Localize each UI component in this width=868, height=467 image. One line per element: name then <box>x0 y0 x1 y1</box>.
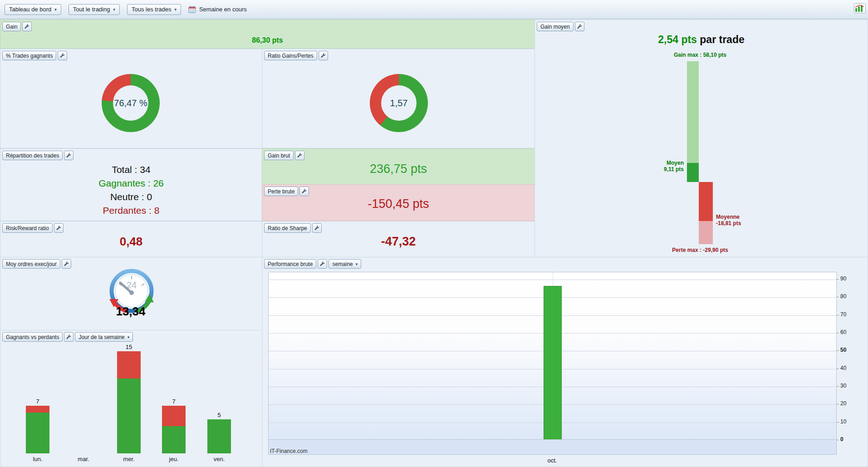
weekday-grouping-dropdown[interactable]: Jour de la semaine ▾ <box>75 332 133 342</box>
settings-wrench-button[interactable] <box>312 223 322 233</box>
y-axis-tick <box>837 404 839 404</box>
pct-winning-title: % Trades gagnants <box>6 53 53 59</box>
gm-moyenne-label: Moyenne -18,81 pts <box>716 214 789 226</box>
y-axis-label: 10 <box>840 418 854 425</box>
dashboard-dropdown-label: Tableau de bord <box>9 6 51 13</box>
settings-wrench-button[interactable] <box>62 259 71 269</box>
performance-panel: Performance brute semaine ▾ IT-Finance.c… <box>262 257 868 467</box>
wrench-icon <box>66 334 71 339</box>
risk-reward-panel: Risk/Reward ratio 0,48 <box>0 221 262 257</box>
chevron-down-icon: ▾ <box>128 335 130 339</box>
chevron-down-icon: ▾ <box>356 262 358 266</box>
risk-reward-title-chip: Risk/Reward ratio <box>2 223 53 233</box>
chevron-down-icon: ▾ <box>54 7 57 12</box>
settings-wrench-button[interactable] <box>575 22 584 31</box>
wrench-icon <box>577 24 582 29</box>
settings-wrench-button[interactable] <box>54 223 64 233</box>
gain-panel: Gain 86,30 pts <box>0 20 535 49</box>
gagnants-perdants-panel: Gagnants vs perdants Jour de la semaine … <box>0 330 262 467</box>
calendar-icon <box>188 6 196 13</box>
gm-bar-light-green <box>687 61 699 163</box>
weekday-bar-total: 15 <box>115 344 142 350</box>
repartition-stats: Total : 34 Gagnantes : 26 Neutre : 0 Per… <box>0 163 262 217</box>
x-axis-label: oct. <box>501 457 603 464</box>
weekday-axis-label: jeu. <box>156 456 192 462</box>
gm-moyen-caption: Moyen <box>617 160 684 166</box>
gm-gain-max-label: Gain max : 58,10 pts <box>655 52 745 58</box>
week-period-selector[interactable]: Semaine en cours <box>188 6 247 13</box>
gain-moyen-title: Gain moyen <box>540 24 570 30</box>
trades-filter-dropdown[interactable]: Tous les trades ▾ <box>127 4 181 15</box>
gain-moyen-headline: 2,54 pts par trade <box>535 34 868 46</box>
weekday-bar-winners <box>117 379 141 453</box>
ratio-donut: 1,57 <box>370 74 428 132</box>
dashboard-dropdown[interactable]: Tableau de bord ▾ <box>5 4 61 15</box>
wrench-icon <box>66 153 71 158</box>
gain-brut-title: Gain brut <box>268 152 290 159</box>
perf-plot <box>268 272 837 440</box>
y-axis-tick <box>837 369 839 369</box>
y-axis-label: 60 <box>840 329 854 335</box>
wrench-icon <box>56 226 61 231</box>
y-axis-tick <box>837 386 839 387</box>
y-axis-label: 80 <box>840 293 854 300</box>
trading-scope-dropdown[interactable]: Tout le trading ▾ <box>69 4 120 15</box>
gm-bar-dark-green <box>687 163 699 182</box>
gain-moyen-panel: Gain moyen 2,54 pts par trade Gain max :… <box>535 20 868 257</box>
risk-reward-title: Risk/Reward ratio <box>6 225 49 231</box>
losing-trades: Perdantes : 8 <box>0 204 262 217</box>
pct-winning-donut: 76,47 % <box>102 74 160 132</box>
y-axis-tick <box>837 333 839 333</box>
settings-wrench-button[interactable] <box>299 187 309 196</box>
y-axis-label: 90 <box>840 275 854 282</box>
performance-title-chip: Performance brute <box>264 259 316 269</box>
performance-period-dropdown[interactable]: semaine ▾ <box>329 259 361 269</box>
wrench-icon <box>64 261 69 266</box>
settings-wrench-button[interactable] <box>318 259 327 269</box>
gain-moyen-headline-suffix: par trade <box>697 34 745 45</box>
gm-perte-max-label: Perte max : -29,90 pts <box>646 247 755 253</box>
ratio-value: 1,57 <box>390 98 408 108</box>
weekday-bar-total: 7 <box>160 398 187 405</box>
gagnants-perdants-title-chip: Gagnants vs perdants <box>2 332 63 342</box>
weekday-bar-winners <box>26 413 49 453</box>
trading-scope-dropdown-label: Tout le trading <box>73 6 110 13</box>
ratio-title: Ratio Gains/Pertes <box>268 53 314 59</box>
settings-wrench-button[interactable] <box>22 22 32 31</box>
gain-moyen-headline-value: 2,54 pts <box>658 34 697 45</box>
wrench-icon <box>302 189 307 194</box>
y-axis-tick <box>837 440 839 440</box>
settings-wrench-button[interactable] <box>295 151 304 160</box>
perf-below-zero-band <box>268 440 837 455</box>
perte-brute-value: -150,45 pts <box>368 194 429 211</box>
settings-wrench-button[interactable] <box>58 51 67 60</box>
gagnants-perdants-title: Gagnants vs perdants <box>6 334 59 340</box>
gm-bar-red <box>699 182 713 221</box>
pct-winning-title-chip: % Trades gagnants <box>2 51 56 60</box>
weekday-grouping-label: Jour de la semaine <box>78 334 124 340</box>
weekday-bar-losers <box>26 406 49 413</box>
gain-value: 86,30 pts <box>0 36 535 44</box>
moy-ordres-value: 13,34 <box>97 305 165 319</box>
ratio-title-chip: Ratio Gains/Pertes <box>264 51 317 60</box>
y-axis-label: 20 <box>840 400 854 407</box>
moy-ordres-title: Moy ordres exec/jour <box>6 261 57 267</box>
weekday-chart: 7lun.mar.15mer.7jeu.5ven. <box>0 330 262 467</box>
repartition-title: Répartition des trades <box>6 152 59 159</box>
gain-panel-title-chip: Gain <box>2 22 21 31</box>
toolbar: Tableau de bord ▾ Tout le trading ▾ Tous… <box>0 0 868 19</box>
trades-filter-dropdown-label: Tous les trades <box>132 6 171 13</box>
pct-winning-value: 76,47 % <box>114 98 147 108</box>
sharpe-title-chip: Ratio de Sharpe <box>264 223 311 233</box>
repartition-panel: Répartition des trades Total : 34 Gagnan… <box>0 148 262 221</box>
trading-dashboard: Tableau de bord ▾ Tout le trading ▾ Tous… <box>0 0 868 467</box>
settings-wrench-button[interactable] <box>319 51 328 60</box>
settings-wrench-button[interactable] <box>64 332 74 342</box>
settings-wrench-button[interactable] <box>64 151 74 160</box>
moy-ordres-panel: Moy ordres exec/jour 24 <box>0 257 262 330</box>
gm-moyenne-caption: Moyenne <box>716 214 789 220</box>
chart-logo-icon[interactable] <box>854 3 866 15</box>
gain-brut-panel: Gain brut 236,75 pts <box>262 148 535 185</box>
wrench-icon <box>25 24 29 29</box>
winning-trades: Gagnantes : 26 <box>0 177 262 190</box>
